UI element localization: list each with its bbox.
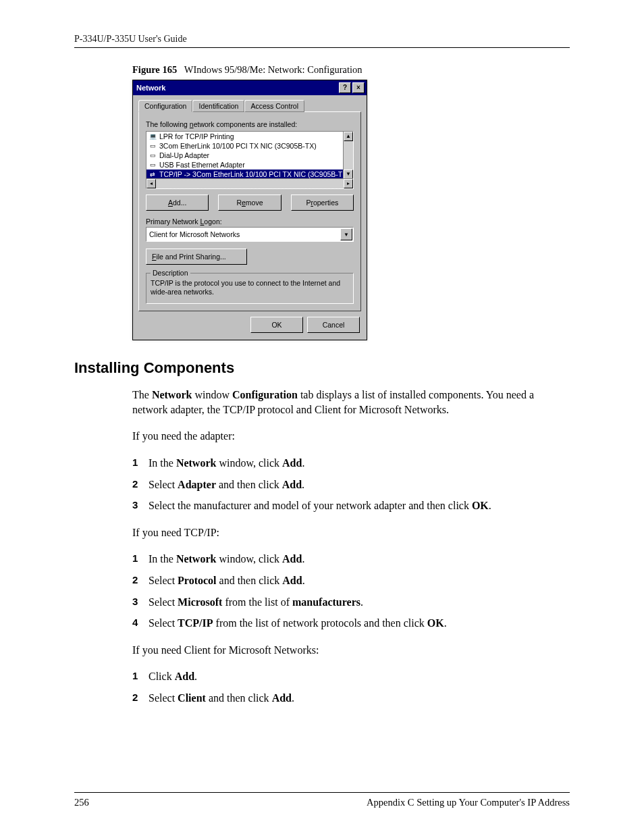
add-button[interactable]: Add... xyxy=(146,194,209,211)
list-item[interactable]: ▭USB Fast Ethernet Adapter xyxy=(146,160,353,170)
primary-logon-label: Primary Network Logon: xyxy=(146,217,354,226)
step: Select TCP/IP from the list of network p… xyxy=(132,616,570,631)
network-dialog: Network ? × Configuration Identification… xyxy=(132,80,367,340)
page-footer: 256 Appendix C Setting up Your Computer'… xyxy=(74,792,570,808)
step: Select the manufacturer and model of you… xyxy=(132,498,570,513)
description-groupbox: Description TCP/IP is the protocol you u… xyxy=(146,273,354,304)
tcpip-steps: In the Network window, click Add. Select… xyxy=(132,552,570,630)
page-number: 256 xyxy=(74,797,89,808)
components-listbox[interactable]: 💻LPR for TCP/IP Printing ▭3Com EtherLink… xyxy=(146,131,354,189)
description-legend: Description xyxy=(151,269,190,277)
step: Select Protocol and then click Add. xyxy=(132,573,570,588)
list-item[interactable]: ▭3Com EtherLink 10/100 PCI TX NIC (3C905… xyxy=(146,141,353,151)
remove-button[interactable]: Remove xyxy=(218,194,281,211)
figure-label: Figure 165 xyxy=(132,64,177,75)
step: In the Network window, click Add. xyxy=(132,456,570,471)
step: Select Microsoft from the list of manufa… xyxy=(132,595,570,610)
list-item[interactable]: ▭Dial-Up Adapter xyxy=(146,151,353,160)
step: Click Add. xyxy=(132,669,570,684)
list-item[interactable]: ⇄TCP/IP -> 3Com EtherLink 10/100 PCI TX … xyxy=(146,170,353,179)
tab-access-control[interactable]: Access Control xyxy=(244,100,304,112)
horizontal-scrollbar[interactable]: ◂ ▸ xyxy=(146,178,353,188)
scroll-left-icon[interactable]: ◂ xyxy=(146,179,156,188)
client-steps: Click Add. Select Client and then click … xyxy=(132,669,570,705)
help-button[interactable]: ? xyxy=(339,82,351,93)
tab-identification[interactable]: Identification xyxy=(192,100,244,112)
adapter-icon: ▭ xyxy=(148,142,157,150)
file-print-sharing-button[interactable]: File and Print Sharing... xyxy=(146,249,247,265)
scroll-down-icon[interactable]: ▼ xyxy=(344,170,353,179)
titlebar[interactable]: Network ? × xyxy=(133,80,367,95)
ok-button[interactable]: OK xyxy=(250,317,303,333)
list-item[interactable]: 💻LPR for TCP/IP Printing xyxy=(146,132,353,141)
properties-button[interactable]: Properties xyxy=(291,194,354,211)
scroll-track[interactable] xyxy=(156,179,344,188)
components-label: The following network components are ins… xyxy=(146,120,354,128)
adapter-steps: In the Network window, click Add. Select… xyxy=(132,456,570,513)
client-icon: 💻 xyxy=(148,132,157,140)
adapter-icon: ▭ xyxy=(148,151,157,159)
scroll-right-icon[interactable]: ▸ xyxy=(344,179,353,188)
step: Select Client and then click Add. xyxy=(132,691,570,706)
vertical-scrollbar[interactable]: ▲ ▼ xyxy=(343,132,353,179)
section-heading: Installing Components xyxy=(74,359,570,377)
step: In the Network window, click Add. xyxy=(132,552,570,567)
step: Select Adapter and then click Add. xyxy=(132,477,570,492)
need-adapter-label: If you need the adapter: xyxy=(132,429,570,444)
close-button[interactable]: × xyxy=(352,82,365,93)
scroll-track[interactable] xyxy=(344,141,353,170)
cancel-button[interactable]: Cancel xyxy=(307,317,360,333)
combo-value: Client for Microsoft Networks xyxy=(149,230,240,238)
help-icon: ? xyxy=(343,84,347,91)
appendix-label: Appendix C Setting up Your Computer's IP… xyxy=(367,797,570,808)
header-rule xyxy=(74,47,570,48)
titlebar-text: Network xyxy=(135,84,338,92)
need-tcpip-label: If you need TCP/IP: xyxy=(132,525,570,540)
scroll-up-icon[interactable]: ▲ xyxy=(344,132,353,141)
running-head: P-334U/P-335U User's Guide xyxy=(74,34,570,45)
adapter-icon: ▭ xyxy=(148,161,157,169)
primary-logon-combo[interactable]: Client for Microsoft Networks ▼ xyxy=(146,227,354,242)
figure-caption-text: WIndows 95/98/Me: Network: Configuration xyxy=(184,64,363,75)
intro-paragraph: The Network window Configuration tab dis… xyxy=(132,388,570,417)
need-client-label: If you need Client for Microsoft Network… xyxy=(132,643,570,658)
dropdown-button[interactable]: ▼ xyxy=(340,228,352,240)
figure-caption: Figure 165 WIndows 95/98/Me: Network: Co… xyxy=(132,64,570,76)
tab-configuration[interactable]: Configuration xyxy=(138,100,192,112)
protocol-icon: ⇄ xyxy=(148,170,157,178)
tab-panel-configuration: The following network components are ins… xyxy=(138,111,361,311)
description-text: TCP/IP is the protocol you use to connec… xyxy=(151,279,349,296)
chevron-down-icon: ▼ xyxy=(344,232,349,238)
tab-strip: Configuration Identification Access Cont… xyxy=(138,99,361,111)
close-icon: × xyxy=(356,84,360,91)
